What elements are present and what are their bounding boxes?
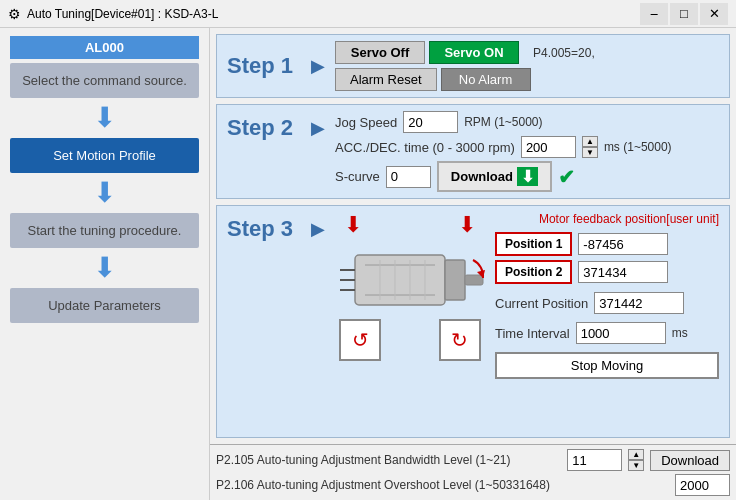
acc-dec-unit: ms (1~5000) [604, 140, 672, 154]
checkmark-icon: ✔ [558, 165, 575, 189]
jog-speed-row: Jog Speed RPM (1~5000) [335, 111, 719, 133]
acc-dec-up-button[interactable]: ▲ [582, 136, 598, 147]
bottom-row1-download-button[interactable]: Download [650, 450, 730, 471]
download-arrow-icon: ⬇ [517, 167, 538, 186]
position1-button[interactable]: Position 1 [495, 232, 572, 256]
sidebar-item-set-motion-profile[interactable]: Set Motion Profile [10, 138, 199, 173]
bottom-row1-input[interactable] [567, 449, 622, 471]
current-position-row: Current Position 371442 [495, 292, 719, 314]
bottom-row2: P2.106 Auto-tuning Adjustment Overshoot … [216, 474, 730, 496]
step1-label: Step 1 [227, 53, 307, 79]
left-down-arrow-icon: ⬇ [344, 212, 362, 238]
stop-moving-button[interactable]: Stop Moving [495, 352, 719, 379]
step3-arrows-top: ⬇ ⬇ [335, 212, 485, 238]
position1-row: Position 1 -87456 [495, 232, 719, 256]
feedback-title: Motor feedback position[user unit] [495, 212, 719, 226]
step1-controls: Servo Off Servo ON P4.005=20, Alarm Rese… [335, 41, 595, 91]
jog-speed-label: Jog Speed [335, 115, 397, 130]
jog-speed-input[interactable] [403, 111, 458, 133]
app-icon: ⚙ [8, 6, 21, 22]
bottom-row1-up-button[interactable]: ▲ [628, 449, 644, 460]
ccw-rotate-button[interactable]: ↺ [339, 319, 381, 361]
svg-rect-0 [355, 255, 445, 305]
position2-value: 371434 [578, 261, 668, 283]
position2-row: Position 2 371434 [495, 260, 719, 284]
step3-data: Motor feedback position[user unit] Posit… [495, 212, 719, 379]
bottom-row1-label: P2.105 Auto-tuning Adjustment Bandwidth … [216, 453, 561, 467]
bottom-row1-down-button[interactable]: ▼ [628, 460, 644, 471]
arrow-down-icon-2: ⬇ [93, 179, 116, 207]
step2-panel: Step 2 ▶ Jog Speed RPM (1~5000) ACC./DEC… [216, 104, 730, 199]
acc-dec-spinner: ▲ ▼ [582, 136, 598, 158]
motor-graphic [335, 240, 485, 315]
arrow-down-icon: ⬇ [93, 104, 116, 132]
svg-rect-2 [465, 275, 483, 285]
current-position-value: 371442 [594, 292, 684, 314]
bottom-row2-label: P2.106 Auto-tuning Adjustment Overshoot … [216, 478, 669, 492]
acc-dec-label: ACC./DEC. time (0 - 3000 rpm) [335, 140, 515, 155]
servo-row: Servo Off Servo ON P4.005=20, [335, 41, 595, 64]
title-bar: ⚙ Auto Tuning[Device#01] : KSD-A3-L ‒ □ … [0, 0, 736, 28]
step3-left: ⬇ ⬇ [335, 212, 485, 361]
acc-dec-input[interactable] [521, 136, 576, 158]
sidebar-item-start-tuning[interactable]: Start the tuning procedure. [10, 213, 199, 248]
bottom-bar: P2.105 Auto-tuning Adjustment Bandwidth … [210, 444, 736, 500]
jog-speed-unit: RPM (1~5000) [464, 115, 542, 129]
acc-dec-down-button[interactable]: ▼ [582, 147, 598, 158]
servo-off-button[interactable]: Servo Off [335, 41, 425, 64]
position2-button[interactable]: Position 2 [495, 260, 572, 284]
step2-label: Step 2 [227, 115, 307, 141]
restore-button[interactable]: □ [670, 3, 698, 25]
sidebar-item-select-command[interactable]: Select the command source. [10, 63, 199, 98]
step3-rot-btns: ↺ ↻ [335, 319, 485, 361]
close-button[interactable]: ✕ [700, 3, 728, 25]
no-alarm-button[interactable]: No Alarm [441, 68, 531, 91]
step2-arrow-icon: ▶ [311, 117, 325, 139]
cw-rotate-button[interactable]: ↻ [439, 319, 481, 361]
position1-value: -87456 [578, 233, 668, 255]
scurve-input[interactable] [386, 166, 431, 188]
title-text: Auto Tuning[Device#01] : KSD-A3-L [27, 7, 640, 21]
time-interval-label: Time Interval [495, 326, 570, 341]
minimize-button[interactable]: ‒ [640, 3, 668, 25]
svg-rect-1 [445, 260, 465, 300]
current-position-label: Current Position [495, 296, 588, 311]
alarm-badge: AL000 [10, 36, 199, 59]
sidebar: AL000 Select the command source. ⬇ Set M… [0, 28, 210, 500]
step2-download-button[interactable]: Download ⬇ [437, 161, 552, 192]
alarm-reset-button[interactable]: Alarm Reset [335, 68, 437, 91]
main-container: AL000 Select the command source. ⬇ Set M… [0, 28, 736, 500]
acc-dec-row: ACC./DEC. time (0 - 3000 rpm) ▲ ▼ ms (1~… [335, 136, 719, 158]
alarm-row: Alarm Reset No Alarm [335, 68, 595, 91]
window-controls: ‒ □ ✕ [640, 3, 728, 25]
time-interval-value: 1000 [576, 322, 666, 344]
download-label: Download [451, 169, 513, 184]
bottom-row1-spinner: ▲ ▼ [628, 449, 644, 471]
scurve-label: S-curve [335, 169, 380, 184]
content-area: Step 1 ▶ Servo Off Servo ON P4.005=20, A… [210, 28, 736, 444]
step2-body: Jog Speed RPM (1~5000) ACC./DEC. time (0… [335, 111, 719, 192]
param-display: P4.005=20, [533, 46, 595, 60]
arrow-down-icon-3: ⬇ [93, 254, 116, 282]
step3-label: Step 3 [227, 216, 307, 242]
step1-panel: Step 1 ▶ Servo Off Servo ON P4.005=20, A… [216, 34, 730, 98]
servo-on-button[interactable]: Servo ON [429, 41, 519, 64]
right-down-arrow-icon: ⬇ [458, 212, 476, 238]
bottom-row2-input[interactable] [675, 474, 730, 496]
step1-arrow-icon: ▶ [311, 55, 325, 77]
step3-panel: Step 3 ▶ ⬇ ⬇ [216, 205, 730, 438]
bottom-row1: P2.105 Auto-tuning Adjustment Bandwidth … [216, 449, 730, 471]
sidebar-item-update-params[interactable]: Update Parameters [10, 288, 199, 323]
scurve-row: S-curve Download ⬇ ✔ [335, 161, 719, 192]
time-interval-row: Time Interval 1000 ms [495, 322, 719, 344]
time-interval-unit: ms [672, 326, 688, 340]
step3-arrow-icon: ▶ [311, 218, 325, 240]
